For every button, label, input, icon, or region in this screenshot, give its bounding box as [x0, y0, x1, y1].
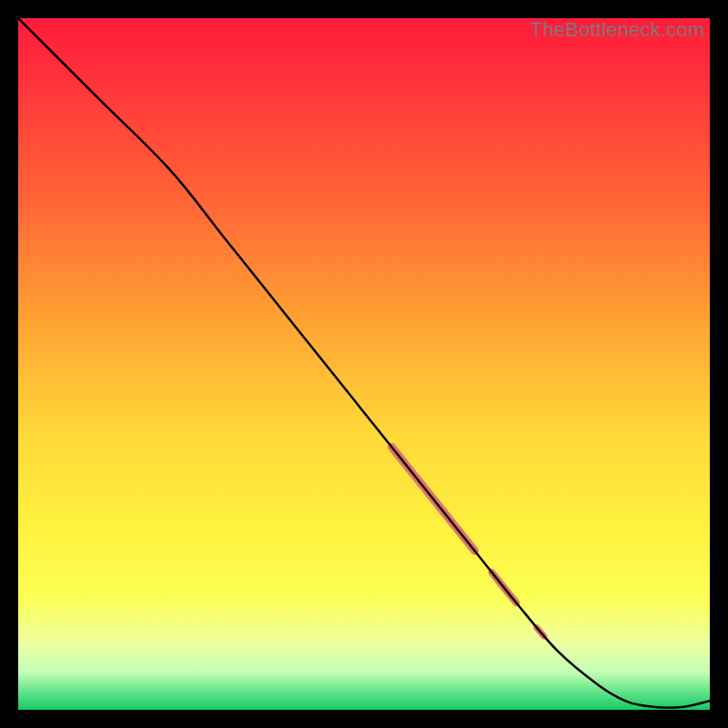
chart-frame: TheBottleneck.com: [0, 0, 728, 728]
watermark-text: TheBottleneck.com: [530, 18, 704, 42]
plot-area: TheBottleneck.com: [18, 18, 710, 710]
bottleneck-chart: [18, 18, 710, 710]
